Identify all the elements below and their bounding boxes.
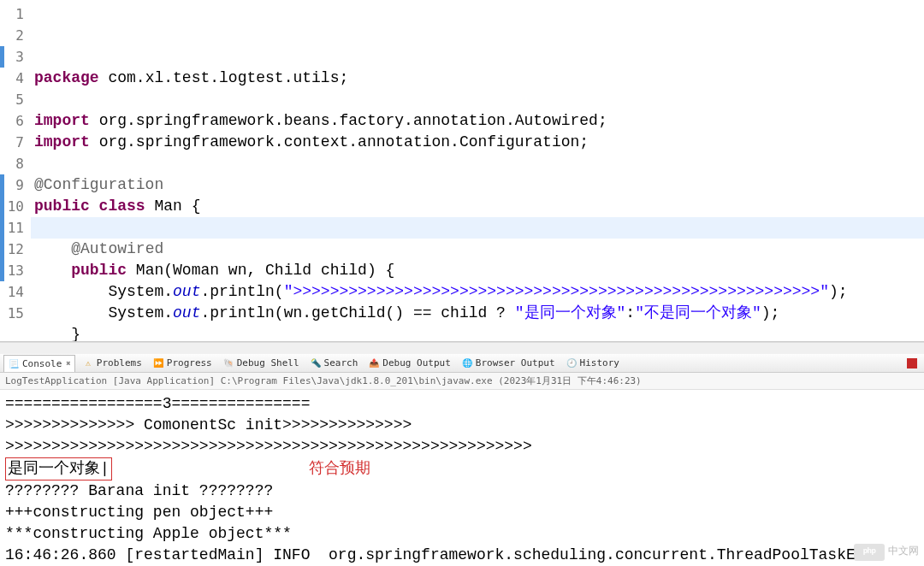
- progress-icon: ⏩: [152, 357, 164, 369]
- code-editor-pane: 123456789101112131415 package com.xl.tes…: [0, 0, 924, 342]
- method-marker: [0, 174, 4, 281]
- tab-label: Console: [22, 358, 62, 369]
- bottom-panel-tabs: 📃Console✖⚠Problems⏩Progress🐚Debug Shell🔦…: [0, 354, 924, 373]
- tab-label: Browser Output: [476, 357, 555, 368]
- console-line: 是同一个对象|符合预期: [5, 457, 919, 481]
- horizontal-scrollbar[interactable]: [0, 342, 924, 354]
- tab-search[interactable]: 🔦Search: [306, 355, 362, 372]
- tab-debug-shell[interactable]: 🐚Debug Shell: [219, 355, 303, 372]
- tab-console[interactable]: 📃Console✖: [3, 355, 75, 372]
- tab-browser-output[interactable]: 🌐Browser Output: [458, 355, 559, 372]
- highlighted-output: 是同一个对象|: [5, 457, 112, 481]
- debug-shell-icon: 🐚: [222, 357, 234, 369]
- code-line[interactable]: public Man(Woman wn, Child child) {: [34, 260, 924, 281]
- watermark-text: 中文网: [888, 541, 919, 563]
- gutter-markers: [0, 0, 4, 341]
- watermark: php 中文网: [854, 541, 919, 563]
- line-number-gutter: 123456789101112131415: [0, 0, 31, 341]
- code-line[interactable]: [34, 89, 924, 110]
- problems-icon: ⚠: [82, 357, 94, 369]
- console-line: 16:46:26.860 [restartedMain] INFO org.sp…: [5, 545, 919, 566]
- watermark-logo: php: [854, 544, 885, 561]
- code-line[interactable]: public class Man {: [34, 196, 924, 217]
- import-marker: [0, 46, 4, 68]
- tab-label: Progress: [167, 357, 212, 368]
- code-line[interactable]: package com.xl.test.logtest.utils;: [34, 68, 924, 89]
- search-icon: 🔦: [310, 357, 322, 369]
- tab-label: Debug Shell: [237, 357, 299, 368]
- code-area[interactable]: package com.xl.test.logtest.utils;import…: [31, 0, 924, 341]
- annotation-text: 符合预期: [309, 460, 370, 477]
- history-icon: 🕘: [566, 357, 578, 369]
- code-line[interactable]: [34, 153, 924, 174]
- console-line: >>>>>>>>>>>>>>>>>>>>>>>>>>>>>>>>>>>>>>>>…: [5, 436, 919, 457]
- tab-label: Debug Output: [382, 357, 450, 368]
- tab-progress[interactable]: ⏩Progress: [149, 355, 216, 372]
- code-line[interactable]: System.out.println(">>>>>>>>>>>>>>>>>>>>…: [34, 281, 924, 303]
- code-line[interactable]: [34, 217, 924, 239]
- tab-debug-output[interactable]: 📤Debug Output: [364, 355, 453, 372]
- code-line[interactable]: @Autowired: [34, 239, 924, 260]
- code-line[interactable]: System.out.println(wn.getChild() == chil…: [34, 303, 924, 324]
- code-line[interactable]: import org.springframework.context.annot…: [34, 132, 924, 153]
- code-line[interactable]: }: [34, 324, 924, 341]
- close-tab-icon[interactable]: ✖: [66, 359, 70, 368]
- browser-output-icon: 🌐: [461, 357, 473, 369]
- run-configuration-info: LogTestApplication [Java Application] C:…: [0, 373, 924, 390]
- tab-label: Search: [324, 357, 358, 368]
- console-icon: 📃: [8, 357, 20, 369]
- console-output[interactable]: =================3===============>>>>>>>…: [0, 390, 924, 566]
- console-line: +++constructing pen object+++: [5, 502, 919, 523]
- tab-history[interactable]: 🕘History: [562, 355, 623, 372]
- code-line[interactable]: @Configuration: [34, 174, 924, 196]
- console-line: =================3===============: [5, 393, 919, 415]
- tab-label: History: [580, 357, 619, 368]
- tab-label: Problems: [97, 357, 142, 368]
- tab-problems[interactable]: ⚠Problems: [79, 355, 145, 372]
- terminate-button[interactable]: [907, 358, 917, 368]
- debug-output-icon: 📤: [368, 357, 380, 369]
- code-line[interactable]: import org.springframework.beans.factory…: [34, 110, 924, 132]
- console-line: ???????? Barana init ????????: [5, 481, 919, 502]
- console-line: >>>>>>>>>>>>>> ComonentSc init>>>>>>>>>>…: [5, 415, 919, 436]
- console-line: ***constructing Apple object***: [5, 523, 919, 545]
